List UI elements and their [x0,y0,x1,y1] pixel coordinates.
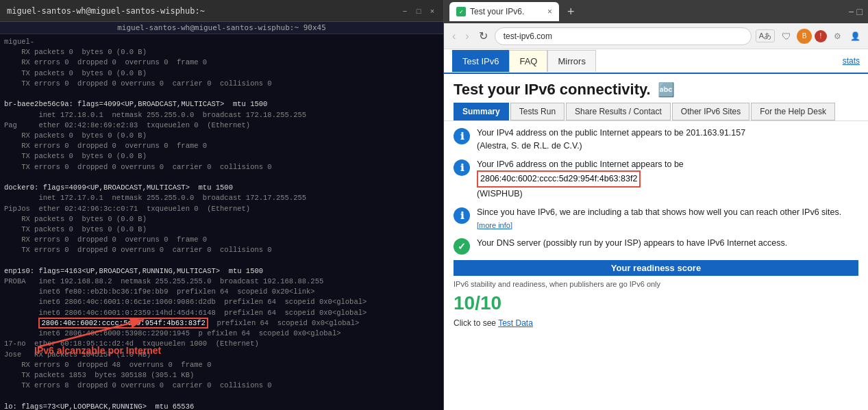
info-icon-3: ℹ [454,207,470,224]
refresh-button[interactable]: ↻ [476,28,491,44]
info-icon-2: ℹ [454,159,470,176]
readiness-score: 10/10 [454,291,858,316]
browser-minimize[interactable]: − [848,6,854,17]
tab-share-results[interactable]: Share Results / Contact [566,103,671,120]
shield-icon[interactable]: 🛡 [779,29,794,44]
readiness-sub: IPv6 stability and readiness, when publi… [454,279,858,291]
tab-close-button[interactable]: × [547,7,552,16]
tab-title: Test your IPv6. [470,7,524,16]
site-nav-tab-mirrors[interactable]: Mirrors [547,50,595,72]
new-tab-button[interactable]: + [563,5,579,19]
site-tabs: Summary Tests Run Share Results / Contac… [444,103,868,121]
tab-summary[interactable]: Summary [454,103,509,120]
result-dns: ✓ Your DNS server (possibly run by your … [454,237,858,255]
results-area: ℹ Your IPv4 address on the public Intern… [444,121,868,333]
readiness-bar: Your readiness score [454,260,858,276]
brave-icon[interactable]: B [797,29,812,44]
site-nav-tab-faq[interactable]: FAQ [509,50,547,72]
terminal-title: miguel-santos-wh@miguel-santos-wisphub:~ [7,6,205,16]
browser-maximize[interactable]: □ [857,6,863,17]
dns-result-text: Your DNS server (possibly run by your IS… [477,237,787,250]
browser-navbar: ‹ › ↻ test-ipv6.com Aあ 🛡 B ! ⚙ 👤 [444,23,868,49]
result-ipv4: ℹ Your IPv4 address on the public Intern… [454,127,858,153]
readiness-label: Your readiness score [611,263,701,273]
ipv6-highlight: 2806:40c:6002:cccc:5d29:954f:4b63:83f2 [38,318,208,329]
translate-button[interactable]: Aあ [756,29,775,42]
security-icon[interactable]: ! [815,30,827,42]
ipv4-result-text: Your IPv4 address on the public Internet… [477,127,745,153]
browser-window-controls[interactable]: − □ [848,6,863,17]
terminal-subtitle: miguel-santos-wh@miguel-santos-wisphub:~… [0,22,443,34]
site-heading-text: Test your IPv6 connectivity. [454,81,651,99]
info-icon-1: ℹ [454,128,470,144]
terminal-titlebar: miguel-santos-wh@miguel-santos-wisphub:~… [0,0,443,22]
extensions-icon[interactable]: ⚙ [830,29,845,44]
browser-tab[interactable]: ✓ Test your IPv6. × [449,2,559,21]
result-ipv6: ℹ Your IPv6 address on the public Intern… [454,158,858,201]
stats-link[interactable]: stats [843,56,860,66]
ipv6-result-text: Your IPv6 address on the public Internet… [477,158,684,201]
terminal-controls[interactable]: − □ × [401,7,436,15]
site-navigation: Test IPv6 FAQ Mirrors stats [444,49,868,74]
translate-icon[interactable]: 🔤 [658,81,675,98]
site-heading: Test your IPv6 connectivity. 🔤 [444,74,868,103]
result-tab-info: ℹ Since you have IPv6, we are including … [454,206,858,232]
maximize-button[interactable]: □ [414,7,423,15]
site-nav-tab-ipv6[interactable]: Test IPv6 [452,50,509,72]
browser-titlebar: ✓ Test your IPv6. × + − □ [444,0,868,23]
minimize-button[interactable]: − [401,7,409,15]
tab-help-desk[interactable]: For the Help Desk [751,103,835,120]
back-button[interactable]: ‹ [449,29,458,44]
close-button[interactable]: × [428,7,436,15]
test-data-link[interactable]: Test Data [498,318,533,328]
profile-icon[interactable]: 👤 [847,29,863,44]
website-content: Test IPv6 FAQ Mirrors stats Test your IP… [444,49,868,410]
address-bar-url: test-ipv6.com [504,31,743,41]
tab-favicon: ✓ [456,7,466,16]
click-test-data: Click to see Test Data [454,318,858,328]
browser-extension-icons: 🛡 B ! ⚙ 👤 [779,29,863,44]
tab-other-ipv6[interactable]: Other IPv6 Sites [672,103,749,120]
browser-window: ✓ Test your IPv6. × + − □ ‹ › ↻ test-ipv… [444,0,868,410]
more-info-link[interactable]: [more info] [477,221,512,229]
check-icon: ✓ [454,238,470,255]
ipv6-address-box: 2806:40c:6002:cccc:5d29:954f:4b63:83f2 [477,170,641,188]
address-bar[interactable]: test-ipv6.com [495,27,752,45]
forward-button[interactable]: › [462,29,471,44]
tab-tests-run[interactable]: Tests Run [510,103,565,120]
terminal-body: miguel- RX packets 0 bytes 0 (0.0 B) RX … [0,34,443,410]
tab-info-text: Since you have IPv6, we are including a … [477,206,858,232]
terminal-window: miguel-santos-wh@miguel-santos-wisphub:~… [0,0,444,410]
